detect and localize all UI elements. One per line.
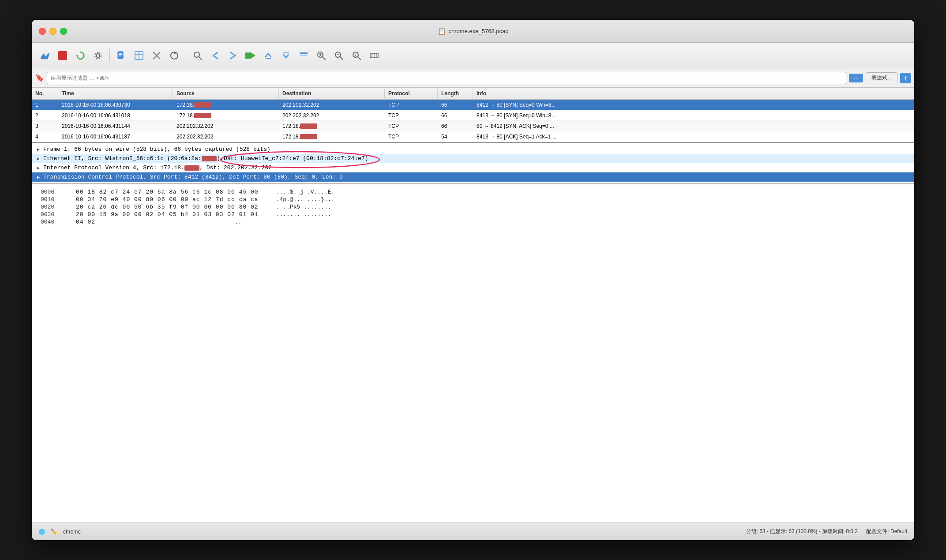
detail-row-tcp[interactable]: ▶ Transmission Control Protocol, Src Por… [32, 172, 914, 182]
search-icon [193, 51, 203, 60]
forward-arrow-icon [228, 51, 238, 60]
pkt-dest: 202.202.32.202 [279, 112, 385, 119]
close-capture-button[interactable] [149, 48, 165, 63]
colorize-icon [299, 51, 308, 60]
file-open-button[interactable] [113, 48, 129, 63]
col-header-dest: Destination [279, 89, 385, 98]
pkt-source: 172.18.■■■■ [173, 101, 279, 109]
svg-line-14 [199, 57, 202, 60]
pkt-no: 2 [32, 112, 58, 119]
hex-ascii: .4p.@... ....}... [276, 196, 335, 203]
edit-icon[interactable]: ✏️ [50, 528, 58, 535]
scroll-top-icon [263, 51, 273, 60]
svg-text:1:1: 1:1 [354, 53, 360, 57]
svg-line-25 [323, 57, 325, 60]
hex-offset: 0000 [41, 189, 58, 195]
detail-text: Transmission Control Protocol, Src Port:… [43, 174, 343, 180]
hex-offset: 0020 [41, 204, 58, 210]
filter-add-button[interactable]: + [900, 73, 911, 83]
pkt-time: 2016-10-16 00:16:06.430730 [58, 101, 173, 109]
filter-expression-button[interactable]: 表达式... [866, 72, 897, 83]
hex-offset: 0030 [41, 211, 58, 218]
packet-list-header: No. Time Source Destination Protocol Len… [32, 88, 914, 100]
zoom-in-icon [316, 51, 326, 60]
status-right: 分组: 63 · 已显示: 63 (100.0%) · 加载时间: 0:0.2 … [746, 528, 907, 535]
pkt-dest: 172.18.■■■■ [279, 122, 385, 130]
ethernet-dst-annotation: Dst: HuaweiTe_c7:24:e7 (00:18:82:c7:24:e… [224, 155, 368, 162]
svg-rect-6 [119, 56, 121, 56]
packet-list: No. Time Source Destination Protocol Len… [32, 88, 914, 143]
go-button[interactable] [243, 48, 259, 63]
reload-icon [75, 51, 85, 60]
scroll-top-button[interactable] [260, 48, 276, 63]
hex-pane: 0000 00 18 82 c7 24 e7 20 6a 8a 56 c6 1c… [32, 184, 914, 523]
hex-bytes: 20 ca 20 dc 00 50 6b 35 f9 0f 00 00 00 0… [76, 204, 259, 210]
detail-row-frame[interactable]: ▶ Frame 1: 66 bytes on wire (528 bits), … [32, 145, 914, 154]
hex-ascii: .. [235, 219, 242, 225]
profile-name: chrome [63, 529, 81, 535]
filter-input[interactable] [47, 72, 846, 84]
filter-right-controls: → 表达式... + [849, 72, 911, 83]
packet-row[interactable]: 2 2016-10-16 00:16:06.431018 172.18.■■■■… [32, 110, 914, 121]
sync-button[interactable] [166, 48, 182, 63]
colorize-button[interactable] [296, 48, 312, 63]
pkt-info: 8413 → 80 [ACK] Seq=1 Ack=1 ... [473, 133, 914, 141]
pkt-dest: 172.18.■■■■ [279, 133, 385, 141]
packet-row[interactable]: 3 2016-10-16 00:16:06.431144 202.202.32.… [32, 121, 914, 131]
reload-button[interactable] [72, 48, 88, 63]
hex-bytes: 00 18 82 c7 24 e7 20 6a 8a 56 c6 1c 08 0… [76, 189, 259, 195]
detail-row-ethernet[interactable]: ▶ Ethernet II, Src: WistronI_56:c6:1c (2… [32, 154, 914, 163]
pkt-proto: TCP [385, 112, 438, 119]
back-button[interactable] [207, 48, 223, 63]
hex-ascii: ....$. j .V....E. [276, 189, 335, 195]
hex-offset: 0010 [41, 196, 58, 203]
bookmark-icon[interactable]: 🔖 [35, 74, 44, 82]
filterbar: 🔖 → 表达式... + [32, 68, 914, 88]
traffic-lights [39, 28, 67, 35]
time-reference-button[interactable] [366, 48, 382, 63]
svg-rect-20 [300, 55, 308, 56]
svg-point-13 [194, 52, 199, 57]
svg-rect-5 [119, 54, 122, 55]
svg-rect-21 [300, 57, 308, 58]
pkt-dest: 202.202.32.202 [279, 101, 385, 109]
expand-icon: ▶ [35, 165, 41, 171]
find-button[interactable] [190, 48, 206, 63]
detail-text: Frame 1: 66 bytes on wire (528 bits), 66… [43, 146, 270, 153]
minimize-button[interactable] [49, 28, 56, 35]
pkt-length: 54 [438, 133, 473, 141]
hex-bytes: 20 00 15 9a 00 00 02 04 05 b4 01 03 03 0… [76, 211, 259, 218]
settings-button[interactable] [90, 48, 106, 63]
svg-marker-16 [250, 52, 255, 59]
maximize-button[interactable] [60, 28, 67, 35]
detail-row-ipv4[interactable]: ▶ Internet Protocol Version 4, Src: 172.… [32, 163, 914, 172]
packet-row[interactable]: 4 2016-10-16 00:16:06.431187 202.202.32.… [32, 131, 914, 142]
table-button[interactable] [131, 48, 147, 63]
forward-button[interactable] [225, 48, 241, 63]
window-title: 📋 chrome.exe_5768.pcap [438, 27, 509, 35]
svg-point-1 [96, 54, 100, 57]
filter-direction-button[interactable]: → [849, 74, 863, 82]
pkt-proto: TCP [385, 101, 438, 109]
toolbar-separator-1 [109, 49, 110, 62]
pkt-no: 4 [32, 133, 58, 141]
close-button[interactable] [39, 28, 46, 35]
svg-line-28 [340, 57, 343, 60]
zoom-in-button-2[interactable] [313, 48, 329, 63]
zoom-reset-button[interactable]: 1:1 [349, 48, 364, 63]
svg-rect-15 [245, 52, 250, 59]
hex-row: 0040 04 02 .. [41, 219, 905, 225]
back-arrow-icon [210, 51, 220, 60]
expand-icon: ▶ [35, 156, 41, 162]
scroll-bottom-button[interactable] [278, 48, 294, 63]
pkt-no: 3 [32, 122, 58, 130]
statusbar: ✏️ chrome 分组: 63 · 已显示: 63 (100.0%) · 加载… [32, 523, 914, 540]
stop-capture-button[interactable] [55, 48, 71, 63]
col-header-proto: Protocol [385, 89, 438, 98]
pkt-length: 66 [438, 101, 473, 109]
hex-offset: 0040 [41, 219, 58, 225]
hex-bytes: 04 02 [76, 219, 217, 225]
zoom-out-button[interactable] [331, 48, 347, 63]
packet-row[interactable]: 1 2016-10-16 00:16:06.430730 172.18.■■■■… [32, 100, 914, 110]
shark-fin-button[interactable] [37, 48, 53, 63]
